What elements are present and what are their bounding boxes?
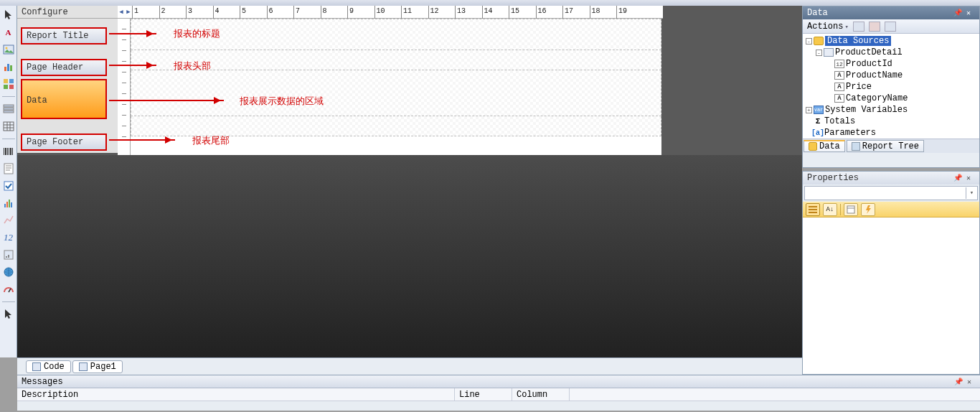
toolbox-separator: [2, 301, 15, 302]
data-panel-title: Data: [807, 8, 828, 18]
pointer-tool-icon[interactable]: [2, 9, 15, 22]
ruler-right-icon[interactable]: ▶: [125, 6, 132, 19]
close-icon[interactable]: ✕: [967, 378, 976, 386]
separator: [840, 204, 841, 215]
close-icon[interactable]: ✕: [966, 174, 975, 182]
section-page-footer[interactable]: Page Footer: [21, 134, 107, 151]
node-price[interactable]: Price: [846, 82, 872, 92]
col-column[interactable]: Column: [512, 388, 570, 401]
variable-icon: var: [814, 106, 824, 114]
node-categoryname[interactable]: CategoryName: [846, 93, 908, 103]
toolbox: A 12: [0, 6, 17, 357]
vertical-ruler[interactable]: [118, 19, 131, 155]
ruler-left-icon[interactable]: ◀: [118, 6, 125, 19]
band-tool-icon[interactable]: [2, 103, 15, 116]
node-productid[interactable]: ProductId: [846, 59, 892, 69]
sparkline-tool-icon[interactable]: [2, 197, 15, 210]
svg-rect-11: [4, 111, 14, 113]
chart-tool-icon[interactable]: [2, 60, 15, 73]
number-tool-icon[interactable]: 12: [2, 231, 15, 244]
meter-tool-icon[interactable]: [2, 283, 15, 296]
svg-rect-19: [7, 148, 8, 155]
close-icon[interactable]: ✕: [966, 9, 975, 17]
pin-icon[interactable]: 📌: [954, 378, 963, 386]
delete-icon[interactable]: [869, 22, 880, 32]
node-productname[interactable]: ProductName: [846, 70, 903, 80]
properties-toolbar: A↓: [803, 202, 979, 217]
text-tool-icon[interactable]: A: [2, 26, 15, 39]
properties-object-selector[interactable]: ▾: [804, 186, 978, 200]
properties-grid[interactable]: [803, 217, 979, 374]
horizontal-ruler[interactable]: ◀▶ 12345678910111213141516171819: [118, 6, 663, 19]
svg-line-36: [9, 289, 11, 292]
collapse-icon[interactable]: -: [816, 50, 822, 56]
tab-page1-label: Page1: [90, 362, 116, 372]
chevron-down-icon[interactable]: ▾: [966, 187, 977, 199]
tab-page1[interactable]: Page1: [72, 360, 123, 373]
checkbox-tool-icon[interactable]: [2, 179, 15, 192]
tree-icon: [852, 142, 860, 151]
arrow-header: [109, 65, 156, 66]
tab-code[interactable]: Code: [26, 360, 71, 373]
node-system-variables[interactable]: System Variables: [825, 105, 908, 115]
document-tabs: Code Page1: [17, 357, 802, 375]
refresh-icon[interactable]: [885, 22, 896, 32]
node-productdetail[interactable]: ProductDetail: [835, 47, 903, 57]
alphabetical-view-icon[interactable]: A↓: [823, 203, 837, 216]
numeric-field-icon: 12: [834, 60, 844, 68]
data-tree[interactable]: -Data Sources -ProductDetail 12ProductId…: [803, 34, 979, 139]
svg-rect-17: [4, 148, 4, 155]
arrow-data: [109, 100, 224, 101]
pointer2-tool-icon[interactable]: [2, 308, 15, 321]
collapse-icon[interactable]: -: [806, 38, 812, 45]
annotation-header: 报表头部: [174, 60, 211, 72]
data-panel-tabs: Data Report Tree: [803, 139, 979, 153]
tab-report-tree[interactable]: Report Tree: [847, 140, 924, 152]
toolbox-separator: [2, 139, 15, 139]
richtext-tool-icon[interactable]: [2, 162, 15, 175]
col-description[interactable]: Description: [17, 388, 455, 401]
properties-title: Properties: [807, 173, 859, 183]
tab-data[interactable]: Data: [804, 140, 845, 152]
property-pages-icon[interactable]: [844, 203, 858, 216]
crosstab-tool-icon[interactable]: [2, 214, 15, 227]
pin-icon[interactable]: 📌: [953, 9, 962, 17]
tab-data-label: Data: [819, 141, 840, 151]
node-parameters[interactable]: Parameters: [824, 128, 876, 138]
node-data-sources[interactable]: Data Sources: [825, 36, 891, 46]
gauge-tool-icon[interactable]: [2, 248, 15, 261]
tab-code-label: Code: [44, 362, 65, 372]
actions-dropdown[interactable]: Actions: [807, 22, 849, 32]
empty-canvas-area: [17, 155, 802, 363]
configure-button[interactable]: Configure: [17, 6, 118, 19]
table-tool-icon[interactable]: [2, 120, 15, 133]
image-tool-icon[interactable]: [2, 43, 15, 56]
svg-rect-38: [809, 209, 817, 210]
palette-tool-icon[interactable]: [2, 78, 15, 90]
col-line[interactable]: Line: [455, 388, 512, 401]
expand-icon[interactable]: +: [806, 107, 812, 113]
messages-columns: Description Line Column: [17, 388, 980, 401]
section-data[interactable]: Data: [21, 79, 107, 119]
barcode-tool-icon[interactable]: [2, 145, 15, 158]
pin-icon[interactable]: 📌: [953, 174, 962, 182]
data-panel: Data 📌✕ Actions -Data Sources -ProductDe…: [802, 6, 980, 168]
annotation-footer: 报表尾部: [192, 134, 230, 147]
section-page-header[interactable]: Page Header: [21, 59, 107, 76]
svg-rect-31: [11, 202, 12, 207]
categorized-view-icon[interactable]: [806, 203, 820, 216]
svg-rect-8: [9, 85, 14, 89]
svg-rect-22: [12, 148, 13, 155]
svg-rect-30: [9, 200, 10, 207]
node-totals[interactable]: Totals: [824, 116, 855, 126]
new-datasource-icon[interactable]: [853, 22, 864, 32]
section-report-title[interactable]: Report Title: [21, 27, 107, 45]
col-spacer: [570, 388, 980, 401]
svg-rect-33: [6, 256, 7, 258]
arrow-title: [109, 33, 156, 34]
messages-title: Messages: [22, 377, 63, 387]
svg-rect-3: [7, 64, 9, 71]
svg-rect-5: [4, 79, 8, 83]
events-icon[interactable]: [861, 203, 875, 216]
globe-tool-icon[interactable]: [2, 266, 15, 278]
